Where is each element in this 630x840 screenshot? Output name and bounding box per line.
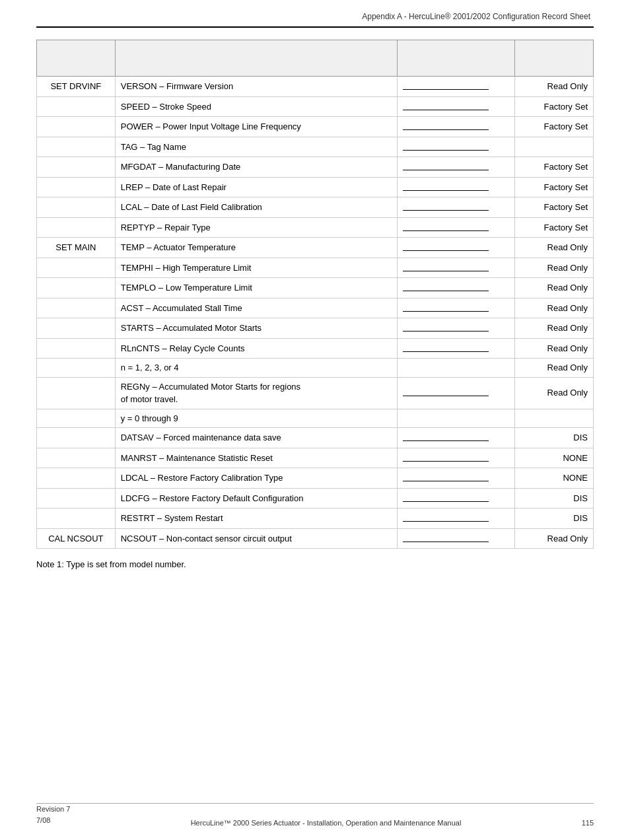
table-row: REGNy – Accumulated Motor Starts for reg… [37,377,594,409]
table-row: TAG – Tag Name [37,137,594,157]
footer-page: 115 [582,819,594,827]
value-field[interactable] [403,120,489,130]
value-field[interactable] [403,511,489,522]
value-field[interactable] [403,532,489,542]
cell-param: ACST – Accumulated Stall Time [115,298,397,318]
value-field[interactable] [403,180,489,191]
cell-type: Read Only [515,298,594,318]
cell-value [398,157,515,178]
cell-param: LCAL – Date of Last Field Calibration [115,197,397,218]
cell-value [398,278,515,298]
table-row: CAL NCSOUTNCSOUT – Non-contact sensor ci… [37,528,594,549]
cell-value [398,217,515,238]
footer-date: 7/08 [36,815,70,827]
table-row: RLnCNTS – Relay Cycle CountsRead Only [37,338,594,359]
value-field[interactable] [403,140,489,151]
table-row: MFGDAT – Manufacturing DateFactory Set [37,157,594,178]
cell-value [398,528,515,549]
cell-type: Read Only [515,377,594,409]
cell-type: Read Only [515,318,594,339]
cell-set [37,298,116,318]
value-field[interactable] [403,386,489,396]
table-row: SET MAINTEMP – Actuator TemperatureRead … [37,238,594,258]
cell-param: REPTYP – Repair Type [115,217,397,238]
cell-param: TEMP – Actuator Temperature [115,238,397,258]
cell-type: Read Only [515,338,594,359]
cell-value [398,468,515,489]
table-row: ACST – Accumulated Stall TimeRead Only [37,298,594,318]
footer-center: HercuLine™ 2000 Series Actuator - Instal… [191,819,462,827]
cell-param: DATSAV – Forced maintenance data save [115,428,397,448]
value-field[interactable] [403,321,489,332]
cell-type: DIS [515,488,594,508]
cell-value [398,117,515,137]
cell-value [398,238,515,258]
cell-set [37,338,116,359]
cell-set [37,428,116,448]
cell-param: SPEED – Stroke Speed [115,96,397,117]
cell-value [398,137,515,157]
cell-value [398,377,515,409]
cell-value [398,448,515,468]
table-row: TEMPLO – Low Temperature LimitRead Only [37,278,594,298]
cell-param: LREP – Date of Last Repair [115,177,397,197]
footer-revision: Revision 7 [36,804,70,816]
cell-param: LDCAL – Restore Factory Calibration Type [115,468,397,489]
cell-set [37,157,116,178]
cell-value [398,508,515,529]
value-field[interactable] [403,471,489,481]
cell-type [515,137,594,157]
table-row: SPEED – Stroke SpeedFactory Set [37,96,594,117]
cell-value [398,298,515,318]
table-row: POWER – Power Input Voltage Line Frequen… [37,117,594,137]
value-field[interactable] [403,281,489,291]
cell-param: VERSON – Firmware Version [115,77,397,97]
config-table: SET DRVINFVERSON – Firmware VersionRead … [36,40,594,549]
value-field[interactable] [403,451,489,462]
cell-param: POWER – Power Input Voltage Line Frequen… [115,117,397,137]
page-header: Appendix A - HercuLine® 2001/2002 Config… [0,0,630,26]
cell-type [515,409,594,428]
table-row: LREP – Date of Last RepairFactory Set [37,177,594,197]
cell-type: Factory Set [515,217,594,238]
cell-param: MANRST – Maintenance Statistic Reset [115,448,397,468]
cell-set: SET DRVINF [37,77,116,97]
cell-param: TAG – Tag Name [115,137,397,157]
cell-set [37,468,116,489]
value-field[interactable] [403,100,489,110]
cell-value [398,318,515,339]
cell-type: DIS [515,508,594,529]
cell-type: Read Only [515,77,594,97]
cell-set [37,359,116,378]
cell-set: CAL NCSOUT [37,528,116,549]
col-header-param [115,40,397,77]
cell-value [398,197,515,218]
col-header-type [515,40,594,77]
table-row: DATSAV – Forced maintenance data saveDIS [37,428,594,448]
footer-left: Revision 7 7/08 [36,804,70,827]
value-field[interactable] [403,79,489,90]
cell-set [37,197,116,218]
value-field[interactable] [403,491,489,502]
cell-set [37,177,116,197]
cell-value [398,488,515,508]
cell-type: Read Only [515,238,594,258]
cell-param: TEMPLO – Low Temperature Limit [115,278,397,298]
content-area: SET DRVINFVERSON – Firmware VersionRead … [0,28,630,582]
value-field[interactable] [403,240,489,251]
cell-param: REGNy – Accumulated Motor Starts for reg… [115,377,397,409]
table-row: REPTYP – Repair TypeFactory Set [37,217,594,238]
value-field[interactable] [403,221,489,231]
value-field[interactable] [403,301,489,312]
value-field[interactable] [403,341,489,352]
cell-type: Factory Set [515,157,594,178]
cell-type: NONE [515,468,594,489]
footer: Revision 7 7/08 HercuLine™ 2000 Series A… [36,804,594,827]
value-field[interactable] [403,200,489,211]
col-header-set [37,40,116,77]
value-field[interactable] [403,261,489,271]
value-field[interactable] [403,431,489,441]
table-row: LDCFG – Restore Factory Default Configur… [37,488,594,508]
value-field[interactable] [403,160,489,170]
table-row: RESTRT – System RestartDIS [37,508,594,529]
